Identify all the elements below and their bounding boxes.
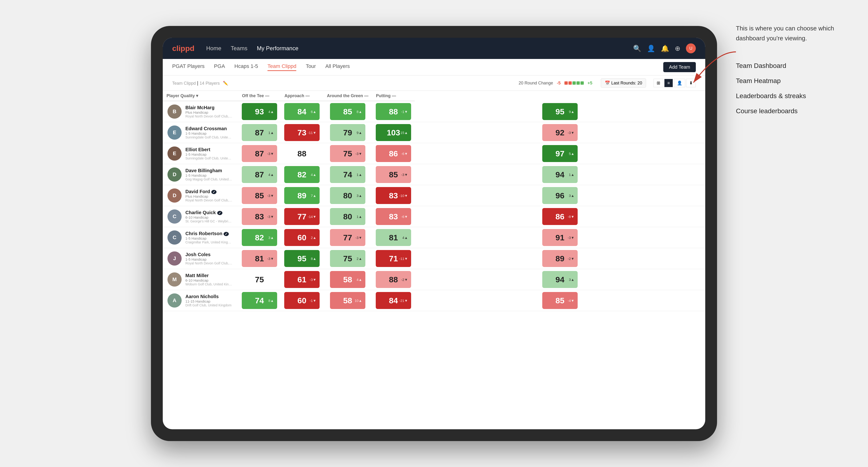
view-btn-grid[interactable]: ⊞: [654, 79, 663, 87]
score-value: 87: [255, 129, 264, 136]
score-value: 85: [555, 297, 564, 305]
score-change: 4▲: [402, 236, 408, 240]
score-value: 94: [555, 276, 564, 283]
score-box: 95 9▲: [542, 103, 578, 120]
team-name: Team Clippd: [172, 81, 196, 86]
table-row[interactable]: D David Ford ✓ Plus Handicap Royal North…: [163, 185, 705, 206]
score-value: 87: [255, 170, 264, 179]
score-cell-player_quality: 81 -3▼: [238, 248, 281, 269]
score-cell-putting: 95 9▲: [415, 101, 705, 122]
score-value: 95: [298, 254, 306, 262]
player-handicap: 1-5 Handicap: [185, 236, 232, 240]
app-logo: clippd: [172, 44, 194, 53]
subtab-pga[interactable]: PGA: [214, 63, 225, 71]
player-info: Matt Miller 6-10 Handicap Woburn Golf Cl…: [185, 273, 232, 286]
player-cell[interactable]: C Chris Robertson ✓ 1-5 Handicap Craigmi…: [163, 227, 238, 248]
score-box: 96 3▲: [542, 187, 578, 204]
score-cell-approach: 85 8▲: [323, 101, 372, 122]
view-btn-table[interactable]: ≡: [664, 79, 673, 87]
score-cell-player_quality: 93 4▲: [238, 101, 281, 122]
score-cell-putting: 97 5▲: [415, 143, 705, 164]
table-row[interactable]: C Charlie Quick ✓ 6-10 Handicap St. Geor…: [163, 206, 705, 227]
col-header-aroundgreen[interactable]: Around the Green —: [323, 91, 372, 101]
table-row[interactable]: E Edward Crossman 1-5 Handicap Sunningda…: [163, 122, 705, 143]
score-value: 75: [343, 254, 352, 262]
table-row[interactable]: B Blair McHarg Plus Handicap Royal North…: [163, 101, 705, 122]
table-row[interactable]: D Dave Billingham 1-5 Handicap Gog Magog…: [163, 164, 705, 185]
score-value: 96: [555, 191, 564, 199]
score-change: 3▲: [569, 278, 574, 282]
score-cell-off_tee: 60 2▲: [281, 227, 323, 248]
table-row[interactable]: E Elliot Ebert 1-5 Handicap Sunningdale …: [163, 143, 705, 164]
subtab-teamclippd[interactable]: Team Clippd: [268, 63, 296, 71]
player-name: Dave Billingham: [185, 168, 232, 173]
score-change: 3▲: [269, 236, 274, 240]
table-row[interactable]: M Matt Miller 6-10 Handicap Woburn Golf …: [163, 269, 705, 290]
score-box: 87 1▲: [242, 124, 277, 141]
score-cell-approach: 75 2▲: [323, 248, 372, 269]
score-cell-putting: 94 1▲: [415, 164, 705, 185]
player-handicap: 11-15 Handicap: [185, 299, 231, 303]
score-value: 81: [389, 234, 398, 242]
table-row[interactable]: J Josh Coles 1-5 Handicap Royal North De…: [163, 248, 705, 269]
profile-icon[interactable]: 👤: [647, 44, 655, 52]
score-change: -3▼: [568, 131, 574, 135]
player-cell[interactable]: C Charlie Quick ✓ 6-10 Handicap St. Geor…: [163, 206, 238, 227]
score-change: 3▲: [569, 194, 574, 198]
score-value: 84: [298, 107, 306, 116]
col-header-approach[interactable]: Approach —: [281, 91, 323, 101]
player-cell[interactable]: J Josh Coles 1-5 Handicap Royal North De…: [163, 248, 238, 269]
score-value: 86: [389, 150, 398, 158]
player-info: Josh Coles 1-5 Handicap Royal North Devo…: [185, 252, 232, 265]
player-cell[interactable]: E Edward Crossman 1-5 Handicap Sunningda…: [163, 122, 238, 143]
player-name: Blair McHarg: [185, 105, 232, 111]
score-cell-player_quality: 87 1▲: [238, 122, 281, 143]
annotation-item-2: Leaderboards & streaks: [736, 92, 854, 100]
last-rounds-label: Last Rounds: 20: [611, 81, 642, 85]
player-club: Royal North Devon Golf Club, United King…: [185, 115, 232, 118]
col-header-offtee[interactable]: Off the Tee —: [238, 91, 281, 101]
annotation-item-0: Team Dashboard: [736, 62, 854, 69]
edit-icon[interactable]: ✏️: [223, 81, 228, 86]
player-cell[interactable]: B Blair McHarg Plus Handicap Royal North…: [163, 101, 238, 122]
score-cell-approach: 77 -3▼: [323, 227, 372, 248]
team-header: Team Clippd | 14 Players ✏️ 20 Round Cha…: [163, 75, 705, 91]
table-row[interactable]: C Chris Robertson ✓ 1-5 Handicap Craigmi…: [163, 227, 705, 248]
table-row[interactable]: A Aaron Nicholls 11-15 Handicap Drift Go…: [163, 290, 705, 311]
score-change: -8▼: [568, 215, 574, 219]
score-cell-putting: 92 -3▼: [415, 122, 705, 143]
score-cell-off_tee: 89 7▲: [281, 185, 323, 206]
nav-item-home[interactable]: Home: [206, 45, 221, 52]
search-icon[interactable]: 🔍: [633, 44, 641, 52]
score-change: 9▲: [356, 131, 362, 135]
subtab-allplayers[interactable]: All Players: [325, 63, 350, 71]
player-club: Drift Golf Club, United Kingdom: [185, 303, 231, 307]
player-cell[interactable]: A Aaron Nicholls 11-15 Handicap Drift Go…: [163, 290, 238, 311]
score-value: 80: [343, 213, 352, 220]
score-value: 80: [343, 191, 352, 199]
player-cell[interactable]: M Matt Miller 6-10 Handicap Woburn Golf …: [163, 269, 238, 290]
player-cell[interactable]: D Dave Billingham 1-5 Handicap Gog Magog…: [163, 164, 238, 185]
col-header-player[interactable]: Player Quality ▾: [163, 91, 238, 101]
nav-item-teams[interactable]: Teams: [231, 45, 247, 52]
col-header-putting[interactable]: Putting —: [372, 91, 415, 101]
player-cell[interactable]: D David Ford ✓ Plus Handicap Royal North…: [163, 185, 238, 206]
subtab-tour[interactable]: Tour: [306, 63, 316, 71]
score-change: 7▲: [311, 194, 316, 198]
score-change: -1▼: [310, 299, 316, 303]
bell-icon[interactable]: 🔔: [661, 44, 669, 52]
score-box: 61 -3▼: [284, 271, 319, 288]
subtab-pgat[interactable]: PGAT Players: [172, 63, 205, 71]
player-cell[interactable]: E Elliot Ebert 1-5 Handicap Sunningdale …: [163, 143, 238, 164]
subtab-hcaps[interactable]: Hcaps 1-5: [235, 63, 258, 71]
nav-item-myperformance[interactable]: My Performance: [257, 45, 299, 52]
last-rounds-button[interactable]: 📅 Last Rounds: 20: [601, 78, 646, 88]
score-box: 89 7▲: [284, 187, 319, 204]
score-change: -3▼: [267, 194, 274, 198]
score-cell-player_quality: 87 -3▼: [238, 143, 281, 164]
player-avatar: C: [167, 230, 182, 245]
score-change: 1▲: [356, 215, 362, 219]
score-box: 95 8▲: [284, 250, 319, 267]
score-box: 80 3▲: [330, 187, 365, 204]
score-cell-approach: 80 1▲: [323, 206, 372, 227]
